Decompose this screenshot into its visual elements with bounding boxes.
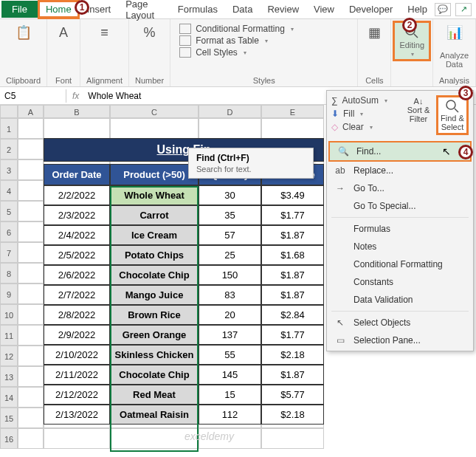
header-product: Product (>50) — [110, 164, 199, 185]
table-row: 2/6/2022Chocolate Chip150$1.87 — [44, 265, 324, 285]
magnifier-icon: 🔍 — [337, 146, 349, 157]
comments-icon[interactable]: 💬 — [435, 3, 451, 16]
annotation-2: 2 — [402, 18, 417, 32]
cond-format-icon — [179, 24, 191, 34]
table-row: 2/7/2022Mango Juice83$1.87 — [44, 285, 324, 305]
font-group[interactable]: A Font — [47, 19, 80, 86]
annotation-4: 4 — [458, 145, 473, 159]
row-header[interactable]: 2 — [0, 139, 18, 159]
menu-data-validation[interactable]: Data Validation — [327, 291, 473, 309]
row-header[interactable]: 4 — [0, 180, 18, 201]
table-row: 2/9/2022Green Orange137$1.77 — [44, 325, 324, 345]
menu-notes[interactable]: Notes — [327, 238, 473, 255]
magnifier-icon — [445, 99, 460, 114]
annotation-3: 3 — [458, 86, 473, 100]
cell-styles-button[interactable]: Cell Styles▾ — [179, 47, 348, 58]
row-header[interactable]: 13 — [0, 366, 18, 387]
formula-bar[interactable]: Whole Wheat — [85, 89, 203, 103]
table-row: 2/3/2022Carrot35$1.77 — [44, 205, 324, 225]
review-tab[interactable]: Review — [260, 1, 306, 18]
cells-icon: ▦ — [364, 22, 384, 43]
eraser-icon: ◇ — [331, 122, 338, 132]
table-row: 2/4/2022Ice Cream57$1.87 — [44, 225, 324, 245]
sigma-icon: ∑ — [331, 95, 338, 106]
menu-find[interactable]: 🔍 Find... ↖ — [328, 141, 472, 162]
table-row: 2/13/2022Oatmeal Raisin112$2.18 — [44, 405, 324, 425]
menu-replace[interactable]: abReplace... — [327, 162, 473, 179]
formulas-tab[interactable]: Formulas — [170, 1, 225, 18]
row-header[interactable]: 15 — [0, 408, 18, 428]
fill-button[interactable]: ⬇Fill▾ — [331, 109, 387, 119]
row-header[interactable]: 6 — [0, 221, 18, 242]
annotation-1: 1 — [75, 0, 89, 15]
svg-line-3 — [455, 109, 458, 112]
menu-select-objects[interactable]: ↖Select Objects — [327, 314, 473, 331]
font-icon: A — [53, 22, 74, 43]
alignment-icon: ≡ — [94, 22, 115, 43]
autosum-button[interactable]: ∑AutoSum▾ — [331, 95, 387, 106]
cell-styles-icon — [179, 47, 191, 58]
replace-icon: ab — [334, 165, 346, 176]
cursor-icon: ↖ — [442, 145, 451, 157]
table-row: 2/11/2022Chocolate Chip145$1.87 — [44, 365, 324, 385]
row-header[interactable]: 16 — [0, 428, 18, 449]
find-tooltip: Find (Ctrl+F) Search for text. — [188, 148, 314, 179]
row-header[interactable]: 10 — [0, 304, 18, 325]
cells-group[interactable]: ▦ Cells — [358, 19, 391, 86]
name-box[interactable]: C5 — [0, 89, 66, 103]
share-icon[interactable]: ↗ — [455, 3, 472, 16]
find-select-button[interactable]: Find & Select — [436, 95, 469, 135]
number-icon: % — [139, 22, 160, 43]
row-header[interactable]: 14 — [0, 387, 18, 408]
table-row: 2/12/2022Red Meat15$5.77 — [44, 385, 324, 405]
row-header[interactable]: 1 — [0, 118, 18, 139]
table-row: 2/8/2022Brown Rice20$2.84 — [44, 305, 324, 325]
goto-icon: → — [334, 183, 346, 193]
editing-dropdown-panel: ∑AutoSum▾ ⬇Fill▾ ◇Clear▾ A↓ Sort & Filte… — [326, 90, 474, 351]
conditional-formatting-button[interactable]: Conditional Formatting▾ — [179, 24, 348, 34]
file-tab[interactable]: File — [1, 1, 38, 18]
pane-icon: ▭ — [334, 335, 346, 346]
pointer-icon: ↖ — [334, 317, 346, 328]
developer-tab[interactable]: Developer — [342, 1, 400, 18]
fx-icon[interactable]: fx — [66, 91, 85, 101]
row-header[interactable]: 8 — [0, 263, 18, 284]
data-table: Using Fin Order Date Product (>50) Quant… — [44, 164, 324, 425]
row-header[interactable]: 5 — [0, 201, 18, 221]
row-header[interactable]: 12 — [0, 346, 18, 366]
table-icon — [179, 35, 191, 46]
clipboard-icon: 📋 — [13, 22, 34, 43]
alignment-group[interactable]: ≡ Alignment — [80, 19, 129, 86]
svg-line-1 — [414, 34, 418, 38]
row-header[interactable]: 3 — [0, 159, 18, 180]
menu-goto-special[interactable]: Go To Special... — [327, 197, 473, 215]
number-group[interactable]: % Number — [129, 19, 170, 86]
menu-constants[interactable]: Constants — [327, 273, 473, 291]
analyze-icon: 📊 — [444, 22, 465, 43]
row-header[interactable]: 9 — [0, 284, 18, 304]
watermark: exceldemy — [184, 430, 234, 442]
row-header[interactable]: 11 — [0, 325, 18, 346]
home-tab[interactable]: Home — [38, 0, 80, 19]
help-tab[interactable]: Help — [400, 1, 435, 18]
row-header[interactable]: 7 — [0, 242, 18, 263]
clipboard-group[interactable]: 📋 Clipboard — [0, 19, 47, 86]
menu-formulas[interactable]: Formulas — [327, 220, 473, 238]
clear-button[interactable]: ◇Clear▾ — [331, 122, 387, 132]
fill-icon: ⬇ — [331, 109, 339, 119]
svg-point-2 — [446, 100, 455, 109]
data-tab[interactable]: Data — [225, 1, 260, 18]
table-row: 2/2/2022Whole Wheat30$3.49 — [44, 185, 324, 205]
format-as-table-button[interactable]: Format as Table▾ — [179, 35, 348, 46]
analysis-group[interactable]: 📊 Analyze Data Analysis — [433, 19, 476, 86]
menu-goto[interactable]: →Go To... — [327, 179, 473, 197]
menu-cond-format[interactable]: Conditional Formatting — [327, 255, 473, 273]
sort-icon: A↓ — [414, 97, 424, 106]
sort-filter-button[interactable]: A↓ Sort & Filter — [402, 95, 435, 135]
menu-selection-pane[interactable]: ▭Selection Pane... — [327, 331, 473, 349]
styles-group: Conditional Formatting▾ Format as Table▾… — [170, 19, 358, 86]
table-row: 2/5/2022Potato Chips25$1.68 — [44, 245, 324, 265]
view-tab[interactable]: View — [306, 1, 342, 18]
table-row: 2/10/2022Skinless Chicken55$2.18 — [44, 345, 324, 365]
header-date: Order Date — [44, 164, 110, 185]
